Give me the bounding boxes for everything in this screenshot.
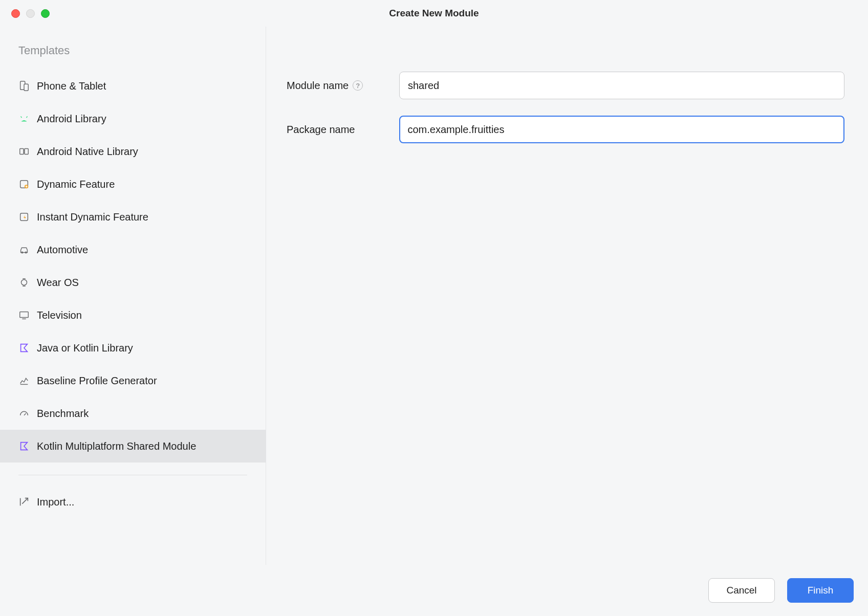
sidebar-divider [18, 475, 247, 475]
gauge-icon [18, 408, 30, 419]
titlebar: Create New Module [0, 0, 868, 27]
phone-tablet-icon [18, 80, 30, 92]
native-plugin-icon [18, 146, 30, 157]
sidebar-item-label: Baseline Profile Generator [37, 375, 157, 387]
sidebar-item-phone-tablet[interactable]: Phone & Tablet [0, 70, 266, 102]
svg-point-2 [22, 120, 23, 121]
sidebar-item-baseline-profile-generator[interactable]: Baseline Profile Generator [0, 364, 266, 397]
template-list: Phone & TabletAndroid LibraryAndroid Nat… [0, 70, 266, 463]
package-name-input[interactable] [399, 116, 844, 143]
svg-rect-1 [24, 84, 28, 91]
svg-line-5 [27, 116, 28, 118]
sidebar-item-label: Automotive [37, 244, 88, 256]
sidebar-item-benchmark[interactable]: Benchmark [0, 397, 266, 430]
window-title: Create New Module [0, 8, 868, 19]
sidebar: Templates Phone & TabletAndroid LibraryA… [0, 27, 266, 565]
package-name-label-text: Package name [287, 124, 355, 136]
sidebar-item-kotlin-multiplatform-shared-module[interactable]: Kotlin Multiplatform Shared Module [0, 430, 266, 463]
form-row-package-name: Package name [287, 116, 848, 143]
module-name-input[interactable] [399, 72, 844, 99]
close-icon[interactable] [11, 9, 20, 18]
footer: Cancel Finish [0, 565, 868, 616]
sidebar-item-label: Java or Kotlin Library [37, 342, 133, 354]
sidebar-item-automotive[interactable]: Automotive [0, 233, 266, 266]
kotlin-shared-icon [18, 441, 30, 452]
cancel-button[interactable]: Cancel [708, 578, 775, 603]
sidebar-item-label: Television [37, 310, 82, 321]
help-icon[interactable]: ? [353, 80, 363, 91]
finish-button[interactable]: Finish [787, 578, 854, 603]
dynamic-feature-icon [18, 179, 30, 190]
minimize-icon[interactable] [26, 9, 35, 18]
svg-rect-6 [20, 149, 24, 155]
module-name-label: Module name ? [287, 80, 399, 92]
main-panel: Module name ? Package name [266, 27, 868, 565]
watch-icon [18, 277, 30, 288]
android-icon [18, 113, 30, 124]
maximize-icon[interactable] [41, 9, 50, 18]
baseline-icon [18, 375, 30, 386]
svg-rect-12 [20, 312, 29, 318]
sidebar-item-label: Import... [37, 496, 74, 508]
sidebar-item-label: Benchmark [37, 408, 89, 420]
traffic-lights [0, 9, 50, 18]
sidebar-item-label: Android Library [37, 113, 106, 125]
sidebar-item-label: Instant Dynamic Feature [37, 211, 148, 223]
sidebar-item-instant-dynamic-feature[interactable]: Instant Dynamic Feature [0, 201, 266, 233]
body-area: Templates Phone & TabletAndroid LibraryA… [0, 27, 868, 565]
sidebar-item-import[interactable]: Import... [0, 486, 266, 518]
instant-feature-icon [18, 211, 30, 223]
package-name-label: Package name [287, 124, 399, 136]
svg-line-4 [21, 116, 22, 118]
sidebar-item-label: Wear OS [37, 277, 79, 289]
sidebar-item-television[interactable]: Television [0, 299, 266, 332]
sidebar-item-label: Kotlin Multiplatform Shared Module [37, 441, 196, 452]
form-row-module-name: Module name ? [287, 72, 848, 99]
sidebar-item-label: Phone & Tablet [37, 80, 106, 92]
svg-point-11 [21, 280, 27, 285]
tv-icon [18, 310, 30, 321]
sidebar-item-label: Android Native Library [37, 146, 138, 158]
import-icon [18, 496, 30, 508]
module-name-label-text: Module name [287, 80, 349, 92]
sidebar-item-wear-os[interactable]: Wear OS [0, 266, 266, 299]
svg-point-3 [25, 120, 26, 121]
sidebar-item-dynamic-feature[interactable]: Dynamic Feature [0, 168, 266, 201]
svg-rect-7 [25, 149, 28, 155]
car-icon [18, 244, 30, 255]
sidebar-item-android-library[interactable]: Android Library [0, 102, 266, 135]
sidebar-heading: Templates [0, 44, 266, 70]
kotlin-icon [18, 342, 30, 354]
sidebar-item-label: Dynamic Feature [37, 179, 115, 190]
dialog-window: Create New Module Templates Phone & Tabl… [0, 0, 868, 616]
sidebar-item-java-or-kotlin-library[interactable]: Java or Kotlin Library [0, 332, 266, 364]
sidebar-item-android-native-library[interactable]: Android Native Library [0, 135, 266, 168]
